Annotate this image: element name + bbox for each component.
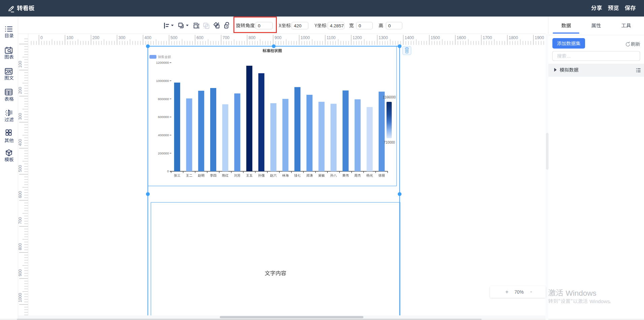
svg-text:700: 700 [18,217,23,224]
svg-text:800: 800 [18,243,23,250]
svg-text:300: 300 [18,113,23,120]
svg-text:Windows: Windows [589,299,610,304]
svg-text:710000: 710000 [384,141,395,144]
svg-text:0: 0 [359,23,361,28]
svg-text:-: - [530,289,532,294]
svg-text:+: + [505,289,508,295]
svg-text:0: 0 [258,23,261,28]
svg-text:1700: 1700 [483,35,492,40]
svg-text:900: 900 [275,35,282,40]
svg-text:1500: 1500 [430,35,440,40]
svg-text:100: 100 [18,61,23,68]
svg-text:400: 400 [18,139,23,146]
svg-text:800000: 800000 [158,97,169,101]
svg-text:1400: 1400 [405,35,414,40]
svg-text:500: 500 [170,35,178,40]
svg-text:500: 500 [18,165,23,172]
svg-text:70%: 70% [514,290,524,295]
svg-text:600: 600 [196,35,203,40]
svg-text:200: 200 [92,35,99,40]
svg-text:300: 300 [118,35,125,40]
svg-text:900: 900 [18,269,23,276]
svg-text:0: 0 [388,23,391,28]
svg-text:...: ... [567,54,571,59]
svg-text:1000: 1000 [300,35,310,40]
svg-text:100: 100 [66,35,73,40]
svg-text:1200000: 1200000 [156,61,169,64]
svg-text:600000: 600000 [158,115,169,119]
svg-text:1100: 1100 [326,35,335,40]
svg-text:1600: 1600 [457,35,466,40]
svg-text:Windows: Windows [566,289,597,297]
svg-text:1300: 1300 [379,35,388,40]
svg-text:600: 600 [18,191,23,198]
svg-text:1900: 1900 [535,35,544,40]
svg-text:400: 400 [144,35,152,40]
svg-text:1200: 1200 [353,35,362,40]
svg-text:200: 200 [18,87,23,94]
svg-text:1000: 1000 [18,293,23,302]
svg-text:1800: 1800 [509,35,518,40]
svg-text:800: 800 [249,35,256,40]
svg-text:700: 700 [222,35,229,40]
svg-text:1166000: 1166000 [383,95,396,99]
svg-text:0: 0 [167,169,169,173]
svg-text:420: 420 [294,23,302,28]
svg-text:1000000: 1000000 [156,79,169,83]
svg-text:0: 0 [40,35,43,40]
svg-text:400000: 400000 [158,133,169,137]
svg-text:200000: 200000 [158,151,169,155]
